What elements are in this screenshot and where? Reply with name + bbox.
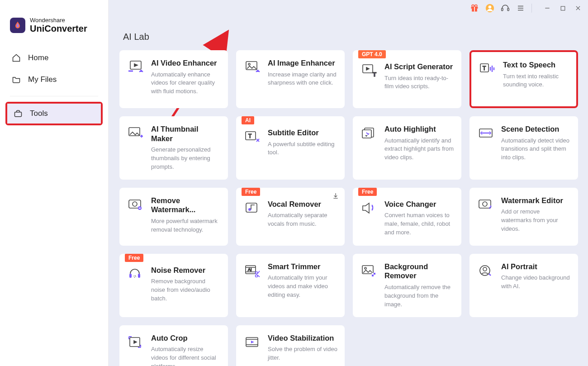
window-controls	[543, 4, 583, 13]
sidebar-item-label: My Files	[28, 75, 57, 84]
card-text-to-speech[interactable]: T Text to Speech Turn text into realisti…	[469, 50, 578, 108]
svg-rect-0	[15, 112, 22, 117]
svg-point-35	[134, 276, 136, 277]
card-noise-remover[interactable]: Free Noise Remover Remove background noi…	[119, 254, 228, 317]
card-desc: Convert human voices to male, female, ch…	[384, 211, 454, 237]
card-ai-video-enhancer[interactable]: AI Video Enhancer Automatically enhance …	[119, 50, 228, 108]
titlebar	[470, 4, 583, 13]
crop-icon	[127, 333, 145, 366]
svg-rect-31	[479, 200, 491, 208]
card-ai-portrait[interactable]: AI Portrait Change video background with…	[469, 254, 578, 317]
card-title: AI Image Enhancer	[268, 58, 337, 68]
card-title: Video Stabilization	[268, 333, 337, 343]
account-icon[interactable]	[485, 4, 494, 13]
svg-rect-34	[138, 274, 140, 278]
vocal-icon	[243, 200, 261, 238]
toolbox-icon	[14, 109, 23, 118]
card-title: Vocal Remover	[268, 200, 337, 209]
badge-free: Free	[125, 254, 143, 262]
card-background-remover[interactable]: Background Remover Automatically remove …	[353, 254, 461, 317]
card-desc: A powerful subtitle editing tool.	[268, 140, 337, 157]
stabilize-icon	[243, 333, 261, 366]
card-ai-image-enhancer[interactable]: AI Image Enhancer Increase image clarity…	[236, 50, 345, 108]
sidebar-item-myfiles[interactable]: My Files	[0, 69, 108, 90]
card-subtitle-editor[interactable]: AI T Subtitle Editor A powerful subtitle…	[236, 116, 345, 180]
sidebar-item-home[interactable]: Home	[0, 47, 108, 69]
brand-name: UniConverter	[30, 24, 87, 33]
svg-point-41	[365, 267, 366, 269]
svg-point-14	[248, 63, 250, 65]
titlebar-divider	[531, 4, 532, 13]
home-icon	[12, 53, 21, 62]
svg-text:T: T	[373, 71, 376, 77]
logo-text: Wondershare UniConverter	[30, 17, 87, 33]
svg-point-5	[475, 5, 477, 7]
card-title: Watermark Editor	[501, 196, 571, 205]
svg-rect-23	[362, 130, 371, 138]
card-watermark-editor[interactable]: Watermark Editor Add or remove watermark…	[469, 188, 578, 246]
script-icon: T	[360, 62, 378, 100]
badge-free: Free	[242, 188, 260, 196]
card-scene-detection[interactable]: Scene Detection Automatically detect vid…	[469, 116, 578, 180]
card-desc: Automatically identify and extract highl…	[384, 137, 454, 162]
svg-text:AI: AI	[248, 267, 252, 272]
svg-rect-28	[333, 198, 337, 198]
minimize-icon[interactable]	[543, 4, 552, 13]
svg-rect-44	[374, 275, 375, 276]
nav-separator	[10, 96, 98, 96]
svg-rect-10	[561, 6, 565, 10]
portrait-icon	[477, 262, 495, 309]
svg-rect-33	[129, 274, 132, 278]
card-auto-highlight[interactable]: Auto Highlight Automatically identify an…	[353, 116, 461, 180]
card-desc: Remove background noise from video/audio…	[151, 277, 221, 303]
sidebar-item-tools[interactable]: Tools	[7, 104, 101, 124]
video-enhance-icon	[127, 58, 145, 100]
support-icon[interactable]	[501, 4, 510, 13]
svg-point-4	[472, 5, 474, 7]
brand-top: Wondershare	[30, 17, 87, 24]
svg-point-26	[133, 202, 137, 206]
bg-remove-icon	[360, 262, 378, 309]
sidebar: Wondershare UniConverter Home My Files T…	[0, 0, 109, 366]
logo-mark-icon	[10, 18, 25, 33]
card-desc: Add or remove watermarks from your video…	[501, 208, 571, 233]
svg-point-30	[248, 208, 251, 211]
card-title: Subtitle Editor	[268, 128, 337, 138]
close-icon[interactable]	[574, 4, 583, 13]
card-title: Smart Trimmer	[268, 262, 337, 271]
svg-rect-29	[246, 203, 257, 212]
card-ai-script-generator[interactable]: GPT 4.0 T AI Script Generator Turn ideas…	[353, 50, 461, 108]
card-vocal-remover[interactable]: Free Vocal Remover Automatically separat…	[236, 188, 345, 246]
svg-point-7	[488, 5, 492, 9]
card-video-stabilization[interactable]: Video Stabilization Solve the problem of…	[236, 325, 345, 366]
svg-rect-8	[502, 8, 503, 11]
badge-gpt: GPT 4.0	[358, 50, 386, 58]
card-title: AI Portrait	[501, 262, 571, 271]
svg-point-39	[256, 275, 258, 277]
svg-text:T: T	[248, 133, 252, 139]
voice-changer-icon	[360, 200, 378, 238]
card-title: Text to Speech	[503, 60, 569, 70]
card-desc: Solve the problem of video jitter.	[268, 345, 337, 362]
maximize-icon[interactable]	[558, 4, 567, 13]
download-icon[interactable]	[332, 192, 339, 200]
folder-icon	[12, 75, 21, 84]
gift-icon[interactable]	[470, 4, 479, 13]
card-voice-changer[interactable]: Free Voice Changer Convert human voices …	[353, 188, 461, 246]
card-title: Background Remover	[384, 262, 454, 280]
card-remove-watermark[interactable]: Remove Watermark... More powerful waterm…	[119, 188, 228, 246]
card-title: AI Thumbnail Maker	[151, 124, 221, 143]
app-window: Wondershare UniConverter Home My Files T…	[0, 0, 588, 366]
card-desc: Turn ideas into ready-to-film video scri…	[384, 74, 454, 91]
card-auto-crop[interactable]: Auto Crop Automatically resize videos fo…	[119, 325, 228, 366]
menu-icon[interactable]	[516, 4, 525, 13]
tts-icon: T	[479, 60, 497, 98]
card-ai-thumbnail-maker[interactable]: AI Thumbnail Maker Generate personalized…	[119, 116, 228, 180]
trimmer-icon: AI	[243, 262, 261, 309]
thumbnail-icon	[127, 124, 145, 171]
card-desc: Automatically detect video transitions a…	[501, 137, 571, 162]
card-title: Auto Crop	[151, 333, 221, 343]
card-smart-trimmer[interactable]: AI Smart Trimmer Automatically trim your…	[236, 254, 345, 317]
badge-free: Free	[358, 188, 377, 196]
sidebar-item-tools-highlight: Tools	[5, 102, 103, 125]
